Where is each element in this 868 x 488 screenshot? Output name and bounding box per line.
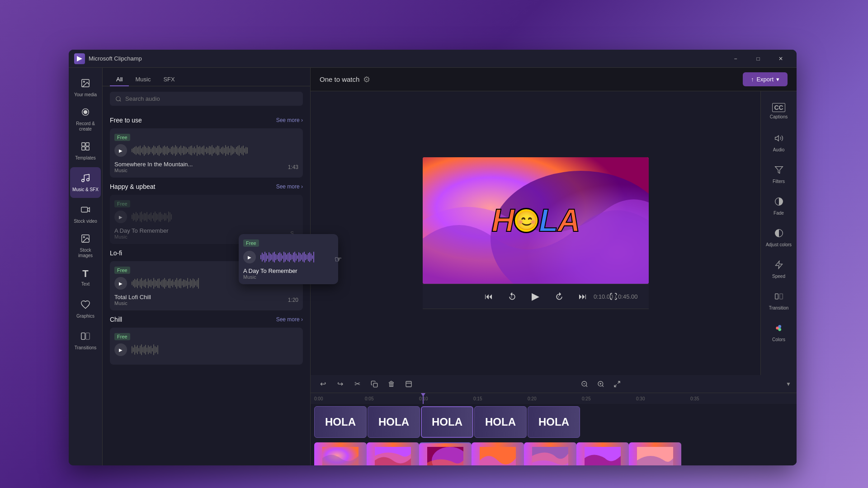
- search-input[interactable]: [125, 95, 297, 102]
- hover-card-play-btn[interactable]: ▶: [243, 251, 256, 263]
- right-item-colors[interactable]: Colors: [763, 317, 795, 348]
- tick-35: 0:35: [690, 396, 699, 401]
- audio-info-a-day: A Day To Remember Music: [114, 227, 169, 239]
- sidebar-item-text[interactable]: T Text: [70, 262, 101, 293]
- svg-line-39: [618, 381, 620, 384]
- delete-button[interactable]: 🗑: [385, 377, 398, 391]
- video-clip-4[interactable]: [472, 442, 524, 465]
- sidebar-item-graphics-label: Graphics: [76, 314, 94, 319]
- project-title: One to watch: [320, 75, 359, 83]
- play-btn-a-day[interactable]: ▶: [114, 211, 127, 223]
- sidebar-item-templates-label: Templates: [75, 155, 96, 161]
- replay5-button[interactable]: 5: [504, 288, 520, 305]
- preview-right-row: H 😊 L A ⏮ 5 ▶: [311, 91, 797, 375]
- minimize-button[interactable]: −: [725, 52, 746, 66]
- video-thumb-1: [322, 447, 359, 465]
- video-clip-7[interactable]: [629, 442, 681, 465]
- play-btn-somewhere[interactable]: ▶: [114, 144, 127, 157]
- see-more-chill[interactable]: See more ›: [276, 316, 303, 323]
- free-badge-chill: Free: [114, 333, 130, 340]
- tab-music[interactable]: Music: [129, 73, 157, 86]
- tick-30: 0:30: [636, 396, 645, 401]
- see-more-free[interactable]: See more ›: [276, 117, 303, 123]
- audio-icon: [774, 134, 783, 145]
- cut-button[interactable]: ✂: [350, 377, 364, 391]
- sidebar-item-stock-images[interactable]: Stock images: [70, 230, 101, 261]
- sticker-clip-2[interactable]: HOLA: [368, 406, 420, 438]
- audio-name-somewhere: Somewhere In the Mountain...: [114, 161, 193, 168]
- play-button[interactable]: ▶: [528, 288, 544, 305]
- svg-marker-0: [77, 56, 82, 61]
- maximize-button[interactable]: □: [748, 52, 769, 66]
- play-btn-chill[interactable]: ▶: [114, 343, 127, 356]
- project-title-icon[interactable]: ⚙: [363, 75, 370, 84]
- sidebar-item-music-sfx[interactable]: Music & SFX: [70, 167, 101, 198]
- sidebar-item-record-create[interactable]: Record & create: [70, 104, 101, 135]
- left-sidebar: Your media Record & create Templates: [69, 68, 103, 465]
- sidebar-item-stock-video[interactable]: Stock video: [70, 199, 101, 230]
- redo-button[interactable]: ↪: [333, 377, 347, 391]
- right-item-audio[interactable]: Audio: [763, 127, 795, 158]
- audio-duration-somewhere: 1:43: [288, 164, 298, 170]
- undo-button[interactable]: ↩: [316, 377, 330, 391]
- sticker-clip-1[interactable]: HOLA: [314, 406, 367, 438]
- video-preview: H 😊 L A: [423, 157, 649, 284]
- right-item-speed[interactable]: Speed: [763, 254, 795, 285]
- sticker-clip-4[interactable]: HOLA: [474, 406, 527, 438]
- video-clip-1[interactable]: [314, 442, 367, 465]
- sidebar-item-templates[interactable]: Templates: [70, 136, 101, 166]
- svg-point-9: [82, 179, 85, 182]
- right-item-adjust-colors[interactable]: Adjust colors: [763, 222, 795, 253]
- section-title-lofi: Lo-fi: [110, 249, 122, 257]
- sticker-clip-5[interactable]: HOLA: [528, 406, 580, 438]
- section-chill: Chill See more › Free ▶: [110, 316, 303, 365]
- forward5-button[interactable]: 5: [551, 288, 567, 305]
- right-item-filters[interactable]: Filters: [763, 159, 795, 190]
- search-bar: [110, 92, 303, 106]
- sidebar-item-stock-video-label: Stock video: [74, 219, 97, 224]
- close-button[interactable]: ✕: [770, 52, 791, 66]
- video-clip-5[interactable]: [524, 442, 576, 465]
- templates-icon: [80, 141, 90, 154]
- svg-rect-6: [86, 142, 89, 145]
- svg-rect-24: [775, 294, 778, 299]
- zoom-out-button[interactable]: [578, 377, 591, 391]
- sidebar-item-graphics[interactable]: Graphics: [70, 294, 101, 324]
- window-controls: − □ ✕: [725, 52, 791, 66]
- timeline-ruler: 0:00 0:05 0:10 0:15 0:20 0:25 0:30 0:35: [311, 393, 797, 404]
- text-icon: T: [82, 268, 88, 280]
- sticker-clip-3[interactable]: HOLA: [421, 406, 473, 438]
- sticker-thumb-3: HOLA: [432, 416, 462, 428]
- skip-back-button[interactable]: ⏮: [481, 288, 497, 305]
- export-button[interactable]: ↑ Export ▾: [743, 72, 788, 86]
- hover-card-type: Music: [243, 274, 334, 280]
- video-clip-2[interactable]: [367, 442, 419, 465]
- expand-button[interactable]: [610, 377, 624, 391]
- see-more-happy[interactable]: See more ›: [276, 183, 303, 190]
- right-item-captions[interactable]: CC Captions: [763, 96, 795, 127]
- zoom-in-button[interactable]: [594, 377, 608, 391]
- tab-sfx[interactable]: SFX: [157, 73, 181, 86]
- total-time: 0:45.00: [618, 293, 637, 300]
- center-area: One to watch ⚙ ↑ Export ▾: [311, 68, 797, 465]
- right-item-transition[interactable]: Transition: [763, 286, 795, 316]
- right-item-fade[interactable]: Fade: [763, 191, 795, 221]
- music-sfx-icon: [80, 173, 90, 185]
- sidebar-item-transitions[interactable]: Transitions: [70, 325, 101, 356]
- svg-point-13: [83, 236, 85, 238]
- tab-all[interactable]: All: [110, 73, 129, 86]
- audio-info-lofi: Total Lofi Chill Music: [114, 294, 151, 306]
- skip-next-button[interactable]: ⏭: [575, 288, 591, 305]
- svg-rect-8: [86, 146, 89, 150]
- graphics-icon: [80, 300, 90, 312]
- timeline-collapse[interactable]: ▼: [786, 381, 791, 387]
- sidebar-item-your-media[interactable]: Your media: [70, 72, 101, 103]
- playback-controls: ⏮ 5 ▶ 5 ⏭: [423, 284, 649, 309]
- svg-text:5: 5: [557, 296, 559, 298]
- duplicate-button[interactable]: [368, 377, 381, 391]
- play-btn-lofi[interactable]: ▶: [114, 277, 127, 290]
- adjust-colors-icon: [774, 229, 783, 240]
- video-clip-3[interactable]: [419, 442, 472, 465]
- video-clip-6[interactable]: [576, 442, 629, 465]
- trim-button[interactable]: [402, 377, 415, 391]
